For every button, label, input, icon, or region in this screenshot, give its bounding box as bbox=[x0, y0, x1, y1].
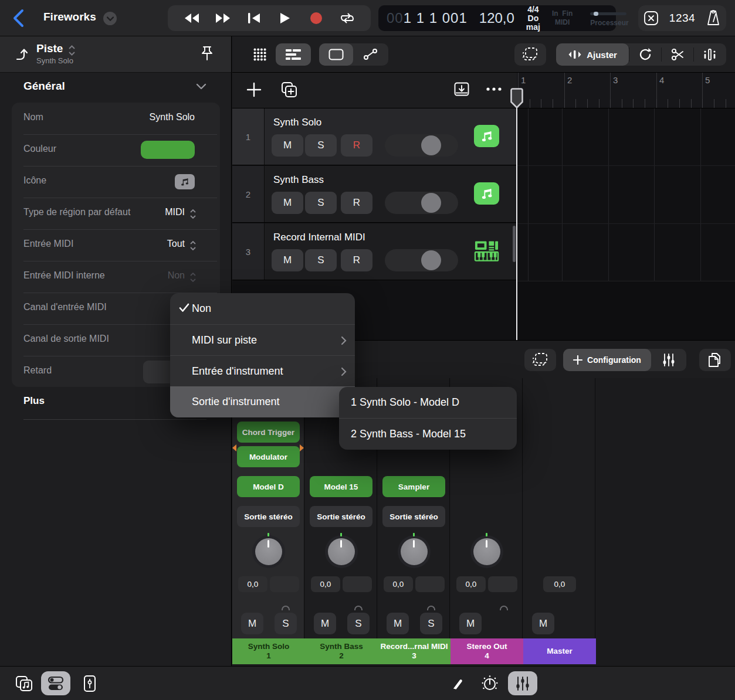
color-swatch[interactable] bbox=[141, 141, 195, 159]
record-enable-button[interactable]: R bbox=[341, 134, 372, 157]
join-tool-button[interactable] bbox=[694, 43, 726, 66]
playhead-marker[interactable] bbox=[510, 88, 523, 109]
strip-name[interactable]: Record...rnal MIDI3 bbox=[378, 638, 451, 664]
back-icon[interactable] bbox=[11, 8, 26, 28]
slot-reorder-handle-left[interactable] bbox=[232, 444, 236, 451]
count-in-button[interactable]: 1234 bbox=[669, 12, 695, 25]
mute-button[interactable]: M bbox=[272, 192, 303, 214]
copy-channel-button[interactable] bbox=[699, 349, 731, 371]
instrument-slot[interactable]: Sampler bbox=[382, 476, 445, 497]
pan-knob[interactable] bbox=[470, 535, 503, 568]
navigate-up-icon[interactable] bbox=[13, 46, 29, 63]
value-box-empty[interactable] bbox=[415, 576, 445, 592]
pin-icon[interactable] bbox=[199, 46, 215, 63]
track-list-scrollbar[interactable] bbox=[513, 226, 516, 262]
channel-strip-synth-solo[interactable]: Chord Trigger Modulator Model D Sortie s… bbox=[232, 378, 304, 664]
marquee-tool-button[interactable] bbox=[514, 43, 546, 66]
mixer-faders-button[interactable] bbox=[651, 349, 686, 371]
output-slot[interactable]: Sortie stéréo bbox=[237, 506, 300, 527]
solo-button[interactable]: S bbox=[305, 192, 337, 214]
menu-item-midi-sur-piste[interactable]: MIDI sur piste bbox=[170, 324, 355, 355]
volume-value[interactable]: 0,0 bbox=[543, 576, 576, 592]
strip-name[interactable]: Synth Bass2 bbox=[305, 638, 378, 664]
channel-strip-master[interactable]: 0,0 M Master bbox=[523, 378, 595, 664]
record-button[interactable] bbox=[305, 8, 327, 28]
row-name[interactable]: Nom Synth Solo bbox=[12, 103, 220, 134]
section-collapse-icon[interactable] bbox=[196, 83, 206, 90]
pan-knob[interactable] bbox=[252, 535, 285, 568]
solo-button[interactable]: S bbox=[305, 249, 337, 271]
strip-name[interactable]: Stereo Out4 bbox=[451, 638, 523, 664]
mute-button[interactable]: M bbox=[272, 134, 303, 157]
submenu-item-synth-bass-model-15[interactable]: 2 Synth Bass - Model 15 bbox=[339, 418, 517, 449]
track-row-record-internal-midi[interactable]: 3 Record Internal MIDI M S R bbox=[232, 223, 517, 280]
mixer-marquee-button[interactable] bbox=[524, 349, 556, 371]
forward-button[interactable] bbox=[212, 8, 234, 28]
split-tool-button[interactable] bbox=[662, 43, 693, 66]
pan-value[interactable]: 0,0 bbox=[456, 576, 486, 592]
configuration-button[interactable]: Configuration bbox=[563, 349, 651, 371]
track-row-synth-bass[interactable]: 2 Synth Bass M S R bbox=[232, 166, 517, 223]
project-menu-disclosure[interactable] bbox=[103, 12, 117, 25]
track-icon-synth[interactable] bbox=[474, 240, 499, 262]
fader-panel-button[interactable] bbox=[75, 671, 104, 695]
cycle-button[interactable] bbox=[336, 8, 358, 28]
menu-item-non[interactable]: Non bbox=[170, 293, 355, 324]
duplicate-track-button[interactable] bbox=[280, 81, 298, 98]
row-default-region-type[interactable]: Type de région par défaut MIDI bbox=[12, 198, 220, 229]
output-slot[interactable]: Sortie stéréo bbox=[382, 506, 445, 527]
dismiss-keyboard-button[interactable] bbox=[643, 11, 659, 26]
lcd-display[interactable]: 001 1 1 001 120,0 4/4 Do maj In Fin MIDI… bbox=[378, 5, 616, 31]
row-icon[interactable]: Icône bbox=[12, 166, 220, 198]
mute-button[interactable]: M bbox=[272, 249, 303, 271]
pan-value[interactable]: 0,0 bbox=[384, 576, 413, 592]
section-general[interactable]: Général bbox=[23, 80, 65, 93]
instrument-slot[interactable]: Model 15 bbox=[310, 476, 372, 497]
record-enable-button[interactable]: R bbox=[341, 249, 372, 271]
mute-button[interactable]: M bbox=[387, 613, 409, 634]
value-box-empty[interactable] bbox=[343, 576, 372, 592]
mute-button[interactable]: M bbox=[532, 613, 554, 634]
track-volume-slider[interactable] bbox=[385, 192, 458, 214]
strip-name[interactable]: Synth Solo1 bbox=[232, 638, 305, 664]
track-options-button[interactable] bbox=[486, 87, 502, 91]
add-track-button[interactable] bbox=[246, 82, 262, 97]
regions-mode-button[interactable] bbox=[319, 43, 353, 66]
track-icon-note[interactable] bbox=[474, 182, 499, 205]
grid-view-button[interactable] bbox=[244, 43, 276, 66]
row-color[interactable]: Couleur bbox=[12, 134, 220, 166]
row-internal-midi-input[interactable]: Entrée MIDI interne Non bbox=[12, 261, 220, 293]
playhead-line[interactable] bbox=[516, 89, 517, 340]
knob-controls-button[interactable] bbox=[475, 671, 504, 695]
mute-button[interactable]: M bbox=[459, 613, 482, 634]
submenu-item-synth-solo-model-d[interactable]: 1 Synth Solo - Model D bbox=[339, 387, 517, 418]
pan-value[interactable]: 0,0 bbox=[311, 576, 340, 592]
track-switcher-icon[interactable] bbox=[68, 45, 76, 56]
arrange-grid[interactable] bbox=[517, 108, 735, 340]
mute-button[interactable]: M bbox=[241, 613, 263, 634]
slot-reorder-handle-right[interactable] bbox=[300, 444, 304, 451]
project-title[interactable]: Fireworks bbox=[43, 11, 96, 23]
solo-button[interactable]: S bbox=[275, 613, 297, 634]
more-section[interactable]: Plus bbox=[23, 395, 45, 407]
bar-ruler[interactable]: 1 2 3 4 5 bbox=[517, 73, 735, 108]
import-button[interactable] bbox=[454, 82, 469, 96]
browser-button[interactable] bbox=[9, 671, 39, 695]
mute-button[interactable]: M bbox=[314, 613, 336, 634]
mixer-view-button[interactable] bbox=[508, 671, 537, 695]
pan-knob[interactable] bbox=[325, 535, 358, 568]
value-box-empty[interactable] bbox=[270, 576, 299, 592]
midi-fx-slot[interactable]: Chord Trigger bbox=[237, 422, 300, 443]
track-icon-note[interactable] bbox=[474, 125, 499, 147]
metronome-button[interactable] bbox=[706, 10, 721, 26]
strip-name[interactable]: Master bbox=[523, 638, 596, 664]
automation-mode-button[interactable] bbox=[353, 43, 387, 66]
solo-button[interactable]: S bbox=[420, 613, 442, 634]
track-row-synth-solo[interactable]: 1 Synth Solo M S R bbox=[232, 108, 517, 165]
play-button[interactable] bbox=[274, 8, 296, 28]
track-icon-button[interactable] bbox=[175, 174, 195, 189]
pan-knob[interactable] bbox=[398, 535, 431, 568]
loop-tool-button[interactable] bbox=[629, 43, 661, 66]
value-box-empty[interactable] bbox=[488, 576, 517, 592]
tracks-view-button[interactable] bbox=[276, 43, 311, 66]
